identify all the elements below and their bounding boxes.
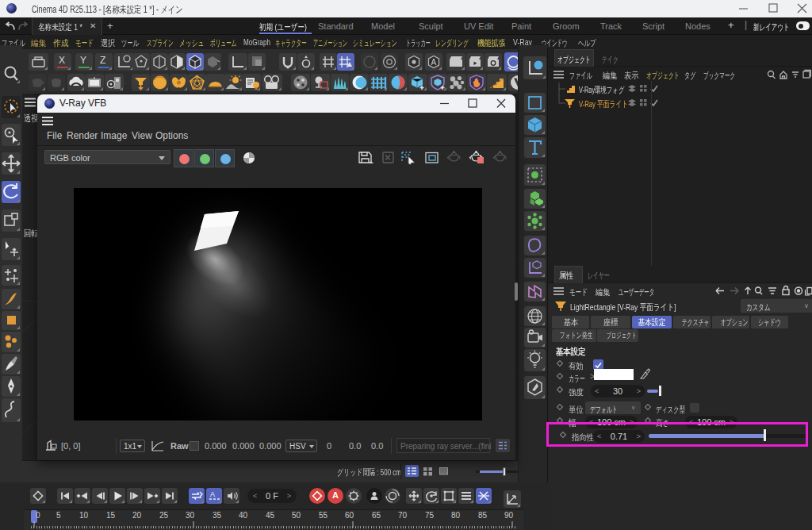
svg-text:A: A <box>431 58 437 67</box>
svg-text:A: A <box>210 490 215 498</box>
